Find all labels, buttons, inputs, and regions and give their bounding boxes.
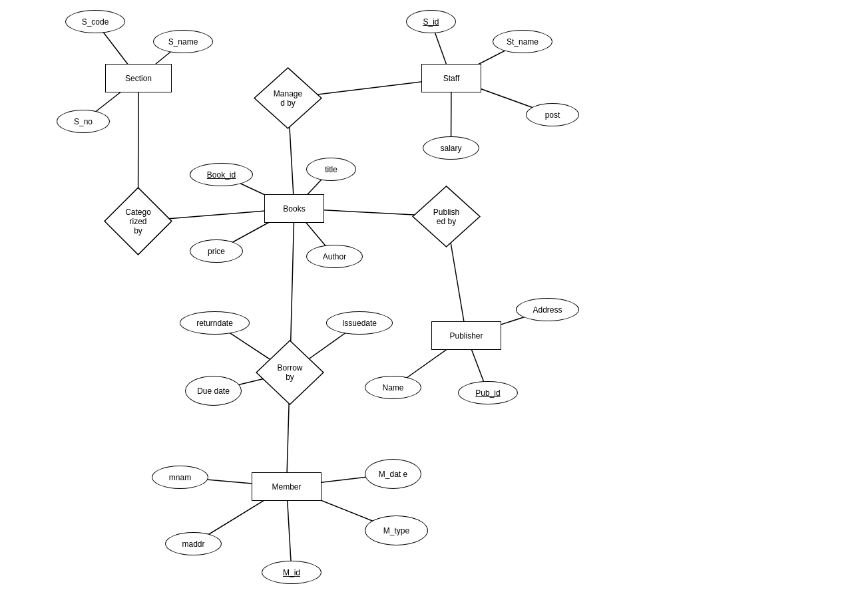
publisher: Publisher bbox=[431, 321, 501, 350]
categorized_by: Catego rized by bbox=[103, 186, 173, 256]
pub_id: Pub_id bbox=[458, 381, 518, 404]
managed_by: Manage d by bbox=[253, 67, 323, 130]
salary: salary bbox=[423, 136, 479, 160]
name: Name bbox=[365, 376, 421, 399]
books: Books bbox=[264, 194, 324, 223]
post: post bbox=[526, 103, 579, 126]
issuedate: Issuedate bbox=[326, 311, 393, 335]
m_id: M_id bbox=[262, 561, 322, 584]
returndate: returndate bbox=[180, 311, 250, 335]
published_by: Publish ed by bbox=[411, 185, 481, 248]
maddr: maddr bbox=[165, 532, 222, 555]
address: Address bbox=[516, 298, 579, 321]
author: Author bbox=[306, 245, 363, 268]
member: Member bbox=[252, 472, 322, 501]
st_name: St_name bbox=[493, 30, 552, 53]
s_id: S_id bbox=[406, 10, 456, 33]
s_code: S_code bbox=[65, 10, 125, 33]
due_date: Due date bbox=[185, 376, 242, 406]
section: Section bbox=[105, 64, 172, 92]
s_no: S_no bbox=[57, 110, 110, 133]
title: title bbox=[306, 158, 356, 181]
book_id: Book_id bbox=[190, 163, 253, 186]
borrow_by: Borrow by bbox=[255, 339, 325, 406]
m_type: M_type bbox=[365, 516, 428, 545]
mnam: mnam bbox=[152, 466, 208, 489]
price: price bbox=[190, 239, 243, 263]
staff: Staff bbox=[421, 64, 481, 92]
m_date: M_dat e bbox=[365, 459, 421, 489]
er-diagram: SectionS_codeS_nameS_noCatego rized bySt… bbox=[0, 0, 868, 590]
s_name: S_name bbox=[153, 30, 213, 53]
